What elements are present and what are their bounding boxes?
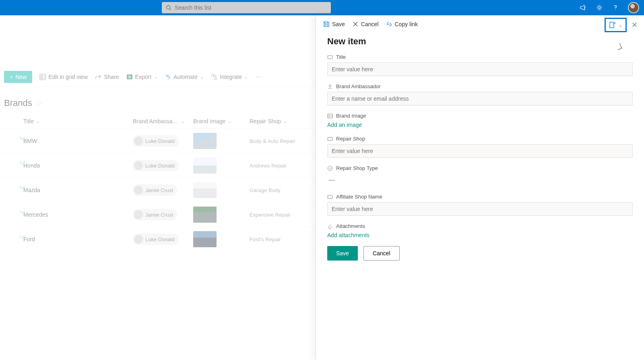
- cell-ambassador: Jamie Crust: [133, 184, 193, 196]
- thumbnail[interactable]: [193, 207, 217, 223]
- automate-button[interactable]: Automate ⌄: [165, 74, 204, 80]
- svg-rect-3: [40, 74, 45, 80]
- column-shop[interactable]: Repair Shop⌄: [250, 118, 322, 124]
- top-bar-right: [580, 2, 639, 13]
- svg-rect-15: [328, 56, 332, 59]
- favorite-star-icon[interactable]: ☆: [36, 99, 42, 107]
- cell-title: Mazda: [4, 187, 133, 193]
- field-shop: Repair Shop: [327, 136, 633, 158]
- svg-point-2: [598, 6, 600, 8]
- svg-line-1: [170, 9, 171, 10]
- cell-image: [193, 207, 250, 223]
- panel-close-button[interactable]: ✕: [629, 21, 640, 29]
- gear-icon[interactable]: [596, 4, 603, 11]
- add-image-link[interactable]: Add an image: [327, 122, 362, 128]
- integrate-button[interactable]: Integrate ⌄: [211, 74, 248, 80]
- column-title[interactable]: Title⌄: [4, 118, 133, 124]
- cell-image: [193, 157, 250, 174]
- person-pill[interactable]: Jamie Crust: [133, 209, 177, 220]
- ambassador-input[interactable]: [327, 92, 633, 106]
- thumbnail[interactable]: [193, 133, 217, 149]
- avatar-icon: [134, 210, 143, 219]
- flow-icon: [165, 74, 171, 80]
- panel-save-button[interactable]: Save: [323, 21, 345, 27]
- grid-icon: [39, 74, 46, 80]
- megaphone-icon[interactable]: [580, 4, 587, 11]
- form-icon: [609, 21, 616, 29]
- integrate-icon: [211, 74, 217, 80]
- save-icon: [323, 21, 330, 27]
- svg-rect-17: [328, 114, 332, 118]
- svg-point-18: [329, 115, 330, 116]
- avatar-icon: [134, 235, 143, 244]
- help-icon[interactable]: [612, 4, 619, 11]
- thumbnail[interactable]: [193, 157, 217, 174]
- share-icon: [95, 74, 101, 80]
- field-attachments-label: Attachments: [336, 223, 365, 229]
- add-attachments-link[interactable]: Add attachments: [327, 232, 369, 238]
- save-button[interactable]: Save: [327, 246, 358, 261]
- cell-title: Honda: [4, 162, 133, 169]
- cancel-button[interactable]: Cancel: [363, 246, 400, 261]
- list-title: Brands: [4, 98, 32, 108]
- edit-grid-label: Edit in grid view: [48, 74, 88, 80]
- column-image[interactable]: Brand Image⌄: [193, 118, 250, 124]
- shoptype-select[interactable]: —: [327, 174, 633, 186]
- more-button[interactable]: ···: [255, 73, 263, 81]
- image-icon: [327, 113, 333, 119]
- panel-save-label: Save: [332, 21, 345, 27]
- field-title: Title: [327, 54, 633, 76]
- field-shoptype-label: Repair Shop Type: [336, 165, 378, 171]
- automate-label: Automate: [173, 74, 198, 80]
- panel-copylink-label: Copy link: [395, 21, 418, 27]
- export-button[interactable]: Export ⌄: [126, 74, 157, 80]
- text-icon: [327, 54, 333, 60]
- text-icon: [327, 136, 333, 142]
- new-button[interactable]: + New: [4, 71, 32, 83]
- title-input[interactable]: [327, 62, 633, 76]
- panel-cancel-button[interactable]: Cancel: [352, 21, 379, 27]
- edit-form-button[interactable]: ⌄: [605, 18, 627, 32]
- svg-rect-9: [215, 77, 217, 79]
- close-icon: [352, 21, 359, 27]
- search-input[interactable]: [175, 4, 327, 11]
- user-avatar[interactable]: [628, 2, 639, 13]
- field-affiliate-label: Affiliate Shop Name: [336, 194, 382, 200]
- svg-rect-21: [328, 195, 332, 199]
- share-button[interactable]: Share: [95, 74, 119, 80]
- cell-title: Mercedes: [4, 211, 133, 218]
- cell-ambassador: Luke Donald: [133, 135, 193, 147]
- field-affiliate: Affiliate Shop Name: [327, 194, 633, 216]
- shop-input[interactable]: [327, 144, 633, 158]
- thumbnail[interactable]: [193, 231, 217, 247]
- chevron-down-icon: ⌄: [619, 23, 622, 28]
- field-title-label: Title: [336, 54, 346, 60]
- link-icon: [386, 21, 392, 27]
- cell-title: BMW: [4, 138, 133, 144]
- chevron-down-icon: ⌄: [154, 74, 157, 80]
- thumbnail[interactable]: [193, 182, 217, 198]
- person-pill[interactable]: Luke Donald: [133, 234, 179, 245]
- share-label: Share: [104, 74, 119, 80]
- panel-copylink-button[interactable]: Copy link: [386, 21, 418, 27]
- field-image: Brand Image Add an image: [327, 113, 633, 128]
- affiliate-input[interactable]: [327, 202, 633, 216]
- cell-ambassador: Luke Donald: [133, 234, 193, 245]
- column-ambassador[interactable]: Brand Ambassa…⌄: [133, 118, 193, 124]
- svg-point-16: [329, 85, 331, 87]
- cell-ambassador: Jamie Crust: [133, 209, 193, 220]
- avatar-icon: [134, 186, 143, 194]
- panel-action-bar: Save Cancel Copy link: [323, 15, 637, 33]
- person-pill[interactable]: Luke Donald: [133, 135, 179, 147]
- excel-icon: [126, 74, 133, 80]
- person-icon: [327, 84, 333, 89]
- search-box[interactable]: [162, 2, 331, 13]
- field-shoptype: Repair Shop Type —: [327, 165, 633, 186]
- field-image-label: Brand Image: [336, 113, 366, 119]
- panel-title: New item: [327, 36, 633, 47]
- person-pill[interactable]: Luke Donald: [133, 160, 179, 171]
- export-label: Export: [135, 74, 151, 80]
- person-pill[interactable]: Jamie Crust: [133, 184, 177, 196]
- cell-ambassador: Luke Donald: [133, 160, 193, 171]
- edit-grid-button[interactable]: Edit in grid view: [39, 74, 88, 80]
